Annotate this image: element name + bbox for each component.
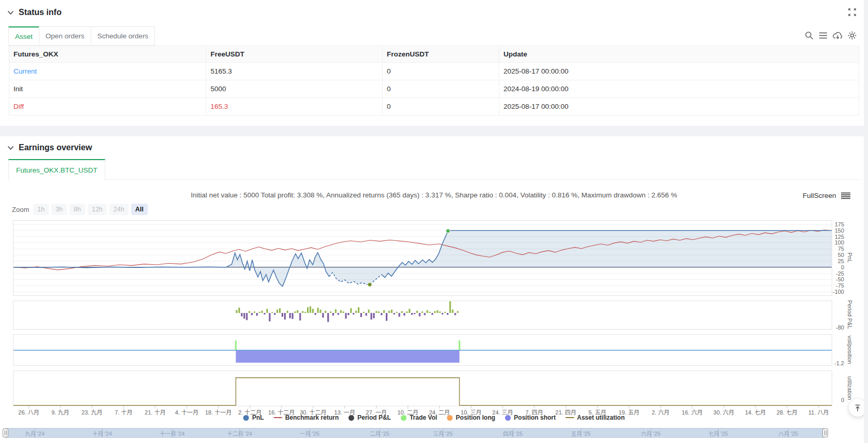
status-toolbar xyxy=(805,31,857,40)
legend-item-trade-vol[interactable]: Trade Vol xyxy=(401,414,437,421)
collapse-chevron-icon[interactable] xyxy=(7,10,14,15)
legend-dot-icon xyxy=(348,415,354,421)
axis-title-utilization: utilization xyxy=(847,376,853,400)
zoom-label: Zoom xyxy=(12,206,29,213)
row-label[interactable]: Current xyxy=(9,63,206,80)
table-row: Current5165.302025-08-17 00:00:00 xyxy=(9,63,859,80)
section-title-earnings-overview: Earnings overview xyxy=(19,143,92,152)
pnl-axis-tick: -25 xyxy=(807,270,844,277)
pnl-axis-tick: 0 xyxy=(807,264,844,270)
navigator-month-label: 一月 '25 xyxy=(300,430,319,437)
collapse-chevron-icon[interactable] xyxy=(7,146,14,150)
zoom-button-1h[interactable]: 1h xyxy=(33,204,49,215)
page-scrollbar-track[interactable] xyxy=(864,0,868,443)
status-tabs: AssetOpen ordersSchedule orders xyxy=(8,26,155,46)
row-value: 165.3 xyxy=(206,98,383,116)
legend-item-pnl[interactable]: PnL xyxy=(243,414,264,421)
chart-legend: PnLBenchmark returnPeriod P&LTrade VolPo… xyxy=(0,414,868,421)
row-value: 2025-08-17 00:00:00 xyxy=(499,63,859,80)
asset-table: Futures_OKXFreeUSDTFrozenUSDTUpdate Curr… xyxy=(9,46,859,116)
tab-strip-border xyxy=(8,179,860,180)
asset-table-header-row: Futures_OKXFreeUSDTFrozenUSDTUpdate xyxy=(9,46,859,63)
status-info-card: Status info xyxy=(0,0,868,126)
navigator-left-handle[interactable] xyxy=(3,428,8,437)
fullscreen-label: FullScreen xyxy=(803,192,836,199)
utilization-axis-tick: 0 xyxy=(807,397,844,403)
row-value: 5165.3 xyxy=(206,63,383,80)
fullscreen-button[interactable]: FullScreen xyxy=(803,192,850,199)
legend-item-position-short[interactable]: Position short xyxy=(505,414,556,421)
legend-dot-icon xyxy=(243,415,249,421)
asset-table-header: Update xyxy=(499,46,859,63)
earnings-stats-line: Initial net value : 5000 Total profit: 3… xyxy=(0,191,868,199)
legend-label: Benchmark return xyxy=(285,414,339,421)
pnl-axis-tick: 100 xyxy=(807,239,844,246)
legend-label: Asset utilization xyxy=(577,414,625,421)
legend-label: Position short xyxy=(514,414,556,421)
pnl-axis-tick: -50 xyxy=(807,276,844,282)
legend-label: Position long xyxy=(456,414,495,421)
row-value: 0 xyxy=(383,98,499,116)
asset-table-header: Futures_OKX xyxy=(9,46,206,63)
navigator-month-label: 六月 '25 xyxy=(641,430,661,437)
navigator-month-label: 三月 '25 xyxy=(433,430,453,437)
legend-label: Period P&L xyxy=(357,414,391,421)
legend-label: PnL xyxy=(252,414,264,421)
range-selector: Zoom 1h3h8h12h24hAll xyxy=(12,204,148,215)
zoom-button-8h[interactable]: 8h xyxy=(69,204,85,215)
axis-title-vol-position: vol/position xyxy=(847,335,853,364)
legend-item-period-p&l[interactable]: Period P&L xyxy=(348,414,391,421)
row-label: Diff xyxy=(9,98,206,116)
zoom-button-24h[interactable]: 24h xyxy=(109,204,129,215)
period-axis-tick: -80 xyxy=(807,324,844,331)
range-navigator[interactable]: 九月 '24十月 '24十一月 '24十二月 '24一月 '25二月 '25三月… xyxy=(5,428,824,438)
table-row: Init500002024-08-19 00:00:00 xyxy=(9,80,859,98)
table-row: Diff165.302025-08-17 00:00:00 xyxy=(9,98,859,116)
status-tab-schedule-orders[interactable]: Schedule orders xyxy=(91,26,155,46)
pnl-axis-tick: -75 xyxy=(807,282,844,289)
navigator-right-handle[interactable] xyxy=(822,428,828,437)
section-title-status-info: Status info xyxy=(19,8,62,17)
legend-dot-icon xyxy=(505,415,511,421)
legend-label: Trade Vol xyxy=(410,414,437,421)
navigator-month-label: 十二月 '24 xyxy=(227,430,252,437)
section-divider xyxy=(0,126,868,136)
row-value: 5000 xyxy=(206,80,383,98)
row-value: 0 xyxy=(383,80,499,98)
pnl-axis-tick: 150 xyxy=(807,227,844,234)
navigator-month-label: 八月 '25 xyxy=(778,430,798,437)
volposition-axis-tick: -1.2 xyxy=(807,360,844,366)
zoom-button-3h[interactable]: 3h xyxy=(51,204,67,215)
legend-line-icon xyxy=(566,417,574,419)
expand-icon[interactable] xyxy=(848,8,856,16)
legend-item-position-long[interactable]: Position long xyxy=(447,414,495,421)
legend-dot-icon xyxy=(447,415,453,421)
tab-futures-okx-btc-usdt[interactable]: Futures_OKX.BTC_USDT xyxy=(8,159,105,180)
chart-context-menu-icon[interactable] xyxy=(841,192,850,199)
pnl-axis-tick: -100 xyxy=(807,289,844,295)
navigator-month-label: 二月 '25 xyxy=(370,430,389,437)
row-label: Init xyxy=(9,80,206,98)
pnl-axis-tick: 50 xyxy=(807,252,844,258)
settings-gear-icon[interactable] xyxy=(848,31,857,40)
legend-dot-icon xyxy=(401,415,407,421)
pnl-axis-tick: 75 xyxy=(807,246,844,252)
axis-title-period-p-l: Period P&L xyxy=(847,300,853,329)
status-tab-open-orders[interactable]: Open orders xyxy=(39,26,91,46)
zoom-button-all[interactable]: All xyxy=(131,204,148,215)
legend-item-asset-utilization[interactable]: Asset utilization xyxy=(566,414,625,421)
row-value: 2024-08-19 00:00:00 xyxy=(499,80,859,98)
legend-item-benchmark-return[interactable]: Benchmark return xyxy=(274,414,339,421)
menu-icon[interactable] xyxy=(819,32,828,39)
cloud-download-icon[interactable] xyxy=(833,32,843,40)
navigator-month-label: 四月 '25 xyxy=(503,430,523,437)
asset-table-header: FrozenUSDT xyxy=(383,46,499,63)
navigator-month-label: 十一月 '24 xyxy=(160,430,185,437)
pnl-axis-tick: 175 xyxy=(807,221,844,227)
search-icon[interactable] xyxy=(805,31,814,40)
navigator-month-label: 七月 '25 xyxy=(708,430,728,437)
pnl-axis-tick: 125 xyxy=(807,234,844,240)
zoom-button-12h[interactable]: 12h xyxy=(88,204,107,215)
navigator-month-label: 九月 '24 xyxy=(25,430,45,437)
status-tab-asset[interactable]: Asset xyxy=(8,26,39,46)
